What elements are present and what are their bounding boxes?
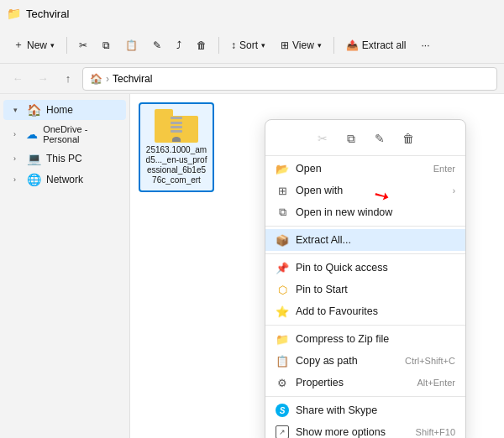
share-button[interactable]: ⤴ bbox=[170, 36, 188, 55]
cm-properties-shortcut: Alt+Enter bbox=[417, 378, 455, 388]
cm-pin-start-label: Pin to Start bbox=[296, 284, 455, 295]
open-with-icon: ⊞ bbox=[276, 184, 289, 197]
cm-compress-zip[interactable]: 📁 Compress to Zip file bbox=[265, 328, 465, 350]
cut-button[interactable]: ✂ bbox=[72, 36, 94, 55]
sidebar-label-network: Network bbox=[46, 174, 83, 185]
rename-icon: ✎ bbox=[153, 39, 161, 51]
cm-rename-icon: ✎ bbox=[375, 132, 385, 145]
cm-rename-button[interactable]: ✎ bbox=[367, 127, 392, 150]
sort-button[interactable]: ↕ Sort ▾ bbox=[224, 36, 272, 55]
open-new-window-icon: ⧉ bbox=[276, 206, 289, 219]
sidebar-item-thispc[interactable]: › 💻 This PC bbox=[3, 149, 126, 169]
extract-all-icon: 📦 bbox=[276, 233, 289, 247]
cm-add-favourites[interactable]: ⭐ Add to Favourites bbox=[265, 300, 465, 322]
toolbar: ＋ New ▾ ✂ ⧉ 📋 ✎ ⤴ 🗑 ↕ Sort ▾ ⊞ View ▾ 📤 … bbox=[0, 27, 504, 64]
new-chevron-icon: ▾ bbox=[50, 41, 55, 50]
copy-path-icon: 📋 bbox=[276, 354, 289, 368]
copy-button[interactable]: ⧉ bbox=[96, 36, 117, 55]
cm-properties[interactable]: ⚙ Properties Alt+Enter bbox=[265, 372, 465, 394]
context-menu: ✂ ⧉ ✎ 🗑 📂 Open Enter ⊞ bbox=[265, 119, 466, 438]
compress-zip-icon: 📁 bbox=[276, 332, 289, 346]
network-icon: 🌐 bbox=[27, 173, 41, 186]
breadcrumb-home-icon: 🏠 bbox=[90, 73, 102, 85]
context-menu-mini-toolbar: ✂ ⧉ ✎ 🗑 bbox=[265, 123, 465, 156]
sidebar-item-onedrive[interactable]: › ☁ OneDrive - Personal bbox=[3, 121, 126, 148]
up-icon: ↑ bbox=[66, 72, 71, 85]
cm-divider-1 bbox=[265, 226, 465, 227]
cm-share-skype[interactable]: S Share with Skype bbox=[265, 399, 465, 421]
cm-open[interactable]: 📂 Open Enter bbox=[265, 158, 465, 180]
cm-properties-label: Properties bbox=[296, 377, 410, 388]
new-button[interactable]: ＋ New ▾ bbox=[7, 34, 61, 55]
cm-open-with[interactable]: ⊞ Open with › bbox=[265, 180, 465, 201]
pc-icon: 💻 bbox=[27, 152, 41, 165]
file-item[interactable]: 25163.1000_amd5..._en-us_professional_6b… bbox=[139, 102, 214, 192]
cm-share-skype-label: Share with Skype bbox=[296, 404, 455, 416]
expand-icon-onedrive: › bbox=[13, 130, 21, 138]
back-icon: ← bbox=[13, 72, 24, 85]
cm-extract-all-label: Extract All... bbox=[296, 234, 455, 246]
expand-icon-network: › bbox=[13, 175, 22, 184]
skype-icon: S bbox=[276, 404, 289, 417]
breadcrumb[interactable]: 🏠 › Techviral bbox=[82, 67, 497, 91]
title-bar: 📁 Techviral bbox=[0, 0, 504, 27]
main-area: ▾ 🏠 Home › ☁ OneDrive - Personal › 💻 Thi… bbox=[0, 94, 504, 438]
extract-icon: 📤 bbox=[346, 39, 359, 51]
sort-icon: ↕ bbox=[231, 39, 236, 51]
sidebar-item-home[interactable]: ▾ 🏠 Home bbox=[3, 100, 126, 120]
cm-pin-start[interactable]: ⬡ Pin to Start bbox=[265, 279, 465, 300]
sort-chevron-icon: ▾ bbox=[261, 41, 265, 50]
new-icon: ＋ bbox=[13, 38, 24, 52]
sidebar-item-network[interactable]: › 🌐 Network bbox=[3, 169, 126, 190]
copy-icon: ⧉ bbox=[102, 39, 110, 51]
onedrive-icon: ☁ bbox=[26, 128, 38, 141]
up-button[interactable]: ↑ bbox=[57, 68, 79, 90]
view-icon: ⊞ bbox=[281, 39, 289, 51]
cm-copy-path[interactable]: 📋 Copy as path Ctrl+Shift+C bbox=[265, 350, 465, 372]
breadcrumb-separator: › bbox=[106, 73, 109, 85]
file-label: 25163.1000_amd5..._en-us_professional_6b… bbox=[145, 145, 207, 185]
toolbar-separator-1 bbox=[66, 37, 67, 54]
home-icon: 🏠 bbox=[27, 103, 41, 117]
cut-icon: ✂ bbox=[79, 39, 87, 51]
sidebar: ▾ 🏠 Home › ☁ OneDrive - Personal › 💻 Thi… bbox=[0, 94, 130, 438]
cm-divider-3 bbox=[265, 325, 465, 326]
nav-bar: ← → ↑ 🏠 › Techviral bbox=[0, 64, 504, 94]
cm-pin-quick[interactable]: 📌 Pin to Quick access bbox=[265, 257, 465, 279]
pin-quick-icon: 📌 bbox=[276, 261, 289, 274]
delete-icon: 🗑 bbox=[197, 39, 207, 51]
cm-cut-button[interactable]: ✂ bbox=[310, 127, 335, 150]
delete-button[interactable]: 🗑 bbox=[190, 36, 213, 55]
open-icon: 📂 bbox=[276, 162, 289, 175]
back-button[interactable]: ← bbox=[7, 68, 29, 90]
paste-icon: 📋 bbox=[125, 39, 138, 51]
cm-copy-button[interactable]: ⧉ bbox=[339, 127, 364, 150]
cm-delete-button[interactable]: 🗑 bbox=[396, 127, 421, 150]
rename-button[interactable]: ✎ bbox=[146, 36, 168, 55]
cm-delete-icon: 🗑 bbox=[402, 132, 414, 145]
expand-icon: ▾ bbox=[13, 106, 22, 114]
view-button[interactable]: ⊞ View ▾ bbox=[274, 36, 328, 55]
forward-button[interactable]: → bbox=[32, 68, 54, 90]
cm-show-more-label: Show more options bbox=[296, 426, 409, 438]
cm-divider-2 bbox=[265, 253, 465, 254]
cm-copy-path-label: Copy as path bbox=[296, 355, 398, 367]
extract-all-button[interactable]: 📤 Extract all bbox=[339, 36, 413, 55]
breadcrumb-current: Techviral bbox=[113, 73, 152, 85]
properties-icon: ⚙ bbox=[276, 376, 289, 389]
more-button[interactable]: ··· bbox=[415, 36, 437, 55]
show-more-icon: ↗ bbox=[276, 425, 289, 438]
cm-add-favourites-label: Add to Favourites bbox=[296, 305, 455, 317]
cm-divider-4 bbox=[265, 396, 465, 397]
cm-open-new-window[interactable]: ⧉ Open in new window bbox=[265, 201, 465, 223]
cm-open-shortcut: Enter bbox=[433, 164, 455, 174]
share-icon: ⤴ bbox=[176, 39, 181, 51]
sidebar-label-onedrive: OneDrive - Personal bbox=[43, 124, 119, 144]
cm-show-more[interactable]: ↗ Show more options Shift+F10 bbox=[265, 421, 465, 438]
toolbar-separator-3 bbox=[333, 37, 334, 54]
cm-extract-all[interactable]: 📦 Extract All... bbox=[265, 229, 465, 251]
toolbar-separator-2 bbox=[218, 37, 219, 54]
content-area: 25163.1000_amd5..._en-us_professional_6b… bbox=[130, 94, 504, 438]
title-bar-title: Techviral bbox=[26, 8, 69, 20]
paste-button[interactable]: 📋 bbox=[118, 36, 144, 55]
